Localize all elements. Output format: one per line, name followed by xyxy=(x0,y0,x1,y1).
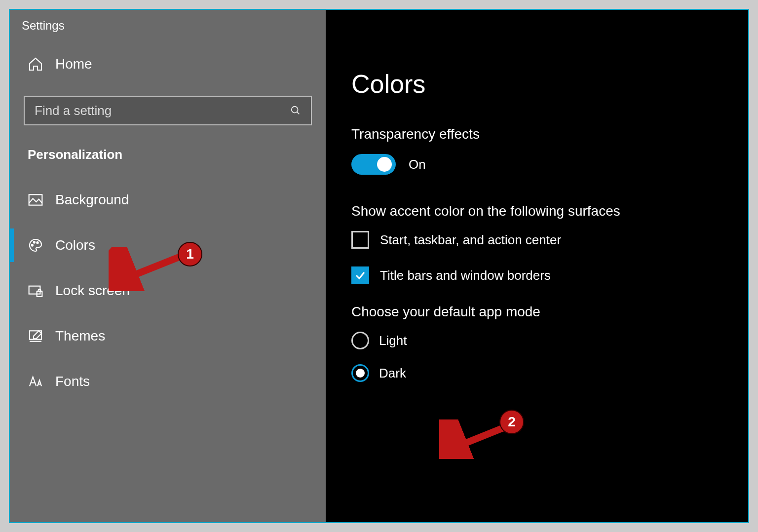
window-title: Settings xyxy=(10,14,326,47)
sidebar-item-label: Background xyxy=(55,192,129,208)
main-panel: Colors Transparency effects On Show acce… xyxy=(326,10,748,522)
radio-circle xyxy=(351,364,369,382)
radio-light[interactable]: Light xyxy=(351,332,727,349)
svg-point-4 xyxy=(34,241,35,243)
page-title: Colors xyxy=(351,10,727,117)
sidebar-item-label: Fonts xyxy=(55,374,90,389)
lockscreen-icon xyxy=(28,283,43,299)
search-icon xyxy=(290,105,301,116)
svg-point-3 xyxy=(32,244,33,246)
radio-circle xyxy=(351,332,369,349)
fonts-icon xyxy=(28,374,43,389)
sidebar-item-themes[interactable]: Themes xyxy=(10,313,326,359)
sidebar-item-label: Colors xyxy=(55,237,95,253)
palette-icon xyxy=(28,237,43,253)
home-button[interactable]: Home xyxy=(10,47,326,81)
sidebar-item-background[interactable]: Background xyxy=(10,177,326,223)
home-icon xyxy=(28,56,43,72)
radio-dark[interactable]: Dark xyxy=(351,364,727,382)
svg-rect-2 xyxy=(29,194,42,205)
sidebar-item-fonts[interactable]: Fonts xyxy=(10,359,326,404)
checkbox-box xyxy=(351,231,369,249)
transparency-heading: Transparency effects xyxy=(351,126,727,142)
radio-label: Light xyxy=(379,333,407,348)
svg-point-0 xyxy=(292,107,298,113)
toggle-knob xyxy=(377,157,392,172)
radio-label: Dark xyxy=(379,366,406,381)
picture-icon xyxy=(28,192,43,208)
sidebar-item-label: Themes xyxy=(55,328,105,344)
sidebar-item-label: Lock screen xyxy=(55,283,130,299)
themes-icon xyxy=(28,328,43,344)
accent-surfaces-heading: Show accent color on the following surfa… xyxy=(351,203,727,219)
search-box[interactable] xyxy=(24,96,312,125)
checkbox-label: Title bars and window borders xyxy=(380,268,551,283)
transparency-state: On xyxy=(409,157,426,172)
nav-list: Background Colors xyxy=(10,177,326,404)
transparency-toggle[interactable] xyxy=(351,154,396,175)
sidebar: Settings Home Personalization xyxy=(10,10,326,522)
home-label: Home xyxy=(55,56,92,72)
sidebar-item-colors[interactable]: Colors xyxy=(10,223,326,268)
app-mode-heading: Choose your default app mode xyxy=(351,304,727,320)
search-input[interactable] xyxy=(35,103,248,118)
checkbox-start-taskbar[interactable]: Start, taskbar, and action center xyxy=(351,231,727,249)
checkbox-label: Start, taskbar, and action center xyxy=(380,232,561,248)
svg-line-1 xyxy=(297,112,300,114)
svg-point-5 xyxy=(37,242,38,243)
checkbox-titlebars[interactable]: Title bars and window borders xyxy=(351,266,727,284)
settings-window: Settings Home Personalization xyxy=(9,9,749,523)
section-heading: Personalization xyxy=(10,134,326,177)
sidebar-item-lockscreen[interactable]: Lock screen xyxy=(10,268,326,313)
checkbox-box xyxy=(351,266,369,284)
